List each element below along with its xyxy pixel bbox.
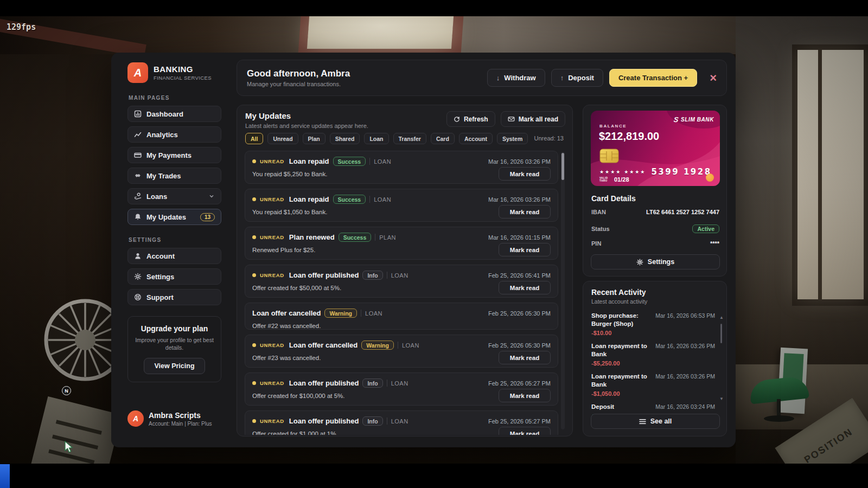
page-header: Good afternoon, Ambra Manage your financ… [237, 60, 727, 96]
chevron-down-icon [208, 193, 215, 200]
filter-loan[interactable]: Loan [364, 133, 388, 144]
filter-all[interactable]: All [245, 133, 263, 144]
mark-read-button[interactable]: Mark read [499, 205, 551, 219]
card-panel: S SLIM BANK BALANCE $212,819.00 ★★★★ ★★★… [583, 105, 727, 277]
sidebar-item-label: Dashboard [146, 110, 183, 118]
brand-subtitle: FINANCIAL SERVICES [154, 75, 212, 81]
person-icon [134, 252, 142, 260]
see-all-button[interactable]: See all [591, 414, 720, 429]
activity-title: Recent Activity [591, 288, 647, 297]
scrollbar-track[interactable] [561, 152, 565, 429]
card-settings-button[interactable]: Settings [591, 254, 720, 269]
filter-transfer[interactable]: Transfer [393, 133, 426, 144]
sidebar-item-support[interactable]: Support [127, 289, 221, 305]
card-network-icon [706, 174, 714, 182]
activity-subtitle: Latest account activity [591, 298, 647, 305]
account-meta: Account: Main | Plan: Plus [149, 421, 212, 427]
scroll-down-icon[interactable]: ▼ [719, 396, 724, 401]
withdraw-button[interactable]: ↓ Withdraw [487, 69, 545, 87]
valid-thru-label: VALID THRU [599, 177, 611, 183]
update-item: UNREAD Loan offer cancelled Warning LOAN… [245, 335, 558, 368]
create-transaction-button[interactable]: Create Transaction + [609, 69, 697, 87]
scroll-up-icon[interactable]: ▲ [719, 315, 724, 320]
mark-read-button[interactable]: Mark read [499, 281, 551, 294]
mark-read-button[interactable]: Mark read [499, 389, 551, 402]
filter-card[interactable]: Card [431, 133, 455, 144]
sidebar-item-account[interactable]: Account [127, 248, 221, 264]
status-badge: Warning [324, 309, 357, 318]
sidebar-item-dashboard[interactable]: Dashboard [127, 106, 221, 122]
close-icon[interactable]: × [710, 72, 717, 84]
mini-scrollbar-thumb[interactable] [720, 324, 722, 343]
divider [387, 272, 387, 279]
status-badge: Warning [361, 341, 394, 350]
bank-name: SLIM BANK [681, 117, 714, 123]
sidebar: A BANKING FINANCIAL SERVICES MAIN PAGES … [127, 62, 221, 382]
mark-all-read-button[interactable]: Mark all read [501, 111, 565, 127]
mark-read-button[interactable]: Mark read [499, 427, 551, 435]
iban-label: IBAN [591, 209, 606, 215]
pin-value: **** [710, 240, 719, 247]
divider [361, 310, 361, 317]
refresh-button[interactable]: Refresh [446, 111, 495, 127]
filter-plan[interactable]: Plan [303, 133, 326, 144]
unread-dot [252, 343, 256, 347]
pin-label: PIN [591, 240, 601, 247]
sidebar-item-my-payments[interactable]: My Payments [127, 147, 221, 163]
sidebar-item-settings[interactable]: Settings [127, 268, 221, 285]
filter-shared[interactable]: Shared [330, 133, 360, 144]
slim-bank-logo-icon: S [673, 115, 679, 124]
avatar: A [127, 410, 144, 427]
sidebar-item-my-trades[interactable]: My Trades [127, 168, 221, 184]
brand-title: BANKING [154, 65, 212, 74]
sidebar-item-label: My Updates [146, 213, 186, 221]
activity-list: Shop purchase: Burger (Shop) Mar 16, 202… [591, 312, 715, 425]
sidebar-item-label: My Payments [146, 151, 192, 159]
unread-dot [252, 419, 256, 423]
upgrade-plan-card: Upgrade your plan Improve your profile t… [127, 316, 221, 382]
sidebar-item-label: Settings [146, 273, 174, 281]
scrollbar-thumb[interactable] [561, 153, 564, 180]
filter-unread[interactable]: Unread [267, 133, 298, 144]
line-chart-icon [134, 131, 142, 138]
divider [375, 234, 375, 241]
sidebar-item-analytics[interactable]: Analytics [127, 126, 221, 143]
sidebar-item-loans[interactable]: Loans [127, 188, 221, 204]
unread-count-badge: 13 [200, 213, 215, 221]
filter-system[interactable]: System [497, 133, 528, 144]
divider [387, 380, 387, 387]
sidebar-item-label: Analytics [146, 131, 178, 139]
account-footer[interactable]: A Ambra Scripts Account: Main | Plan: Pl… [127, 410, 221, 427]
card-chip-icon [599, 149, 619, 163]
deposit-button[interactable]: ↑ Deposit [551, 69, 603, 87]
sidebar-item-my-updates[interactable]: My Updates 13 [127, 209, 221, 225]
mark-read-button[interactable]: Mark read [499, 167, 551, 181]
greeting-subtitle: Manage your financial transactions. [247, 81, 350, 87]
filter-account[interactable]: Account [459, 133, 493, 144]
mail-icon [508, 115, 515, 123]
card-number: 5399 1928 [651, 167, 711, 177]
update-item: UNREAD Loan repaid Success LOAN Mar 16, … [245, 151, 558, 184]
card-number-masked: ★★★★ ★★★★ [599, 169, 646, 175]
activity-item: Loan repayment to Bank Mar 16, 2026 03:2… [591, 373, 715, 397]
update-item: UNREAD Plan renewed Success PLAN Mar 16,… [245, 227, 558, 260]
update-item: UNREAD Loan offer published Info LOAN Fe… [245, 410, 558, 435]
unread-dot [252, 235, 256, 239]
refresh-icon [454, 116, 460, 123]
brand-logo-icon: A [127, 62, 148, 83]
recent-activity-panel: Recent Activity Latest account activity … [583, 281, 727, 436]
mark-read-button[interactable]: Mark read [499, 243, 551, 256]
balance-label: BALANCE [599, 124, 627, 129]
taskbar-fragment [0, 464, 10, 488]
unread-dot [252, 197, 256, 201]
settings-label: SETTINGS [129, 237, 221, 243]
view-pricing-button[interactable]: View Pricing [144, 358, 205, 374]
unread-dot [252, 381, 256, 385]
sidebar-item-label: Account [146, 252, 175, 260]
mark-read-button[interactable]: Mark read [499, 351, 551, 364]
unread-count: Unread: 13 [534, 135, 564, 142]
status-badge: Success [339, 233, 372, 242]
bell-icon [134, 213, 142, 221]
brand: A BANKING FINANCIAL SERVICES [127, 62, 221, 83]
card-details-title: Card Details [591, 194, 636, 203]
